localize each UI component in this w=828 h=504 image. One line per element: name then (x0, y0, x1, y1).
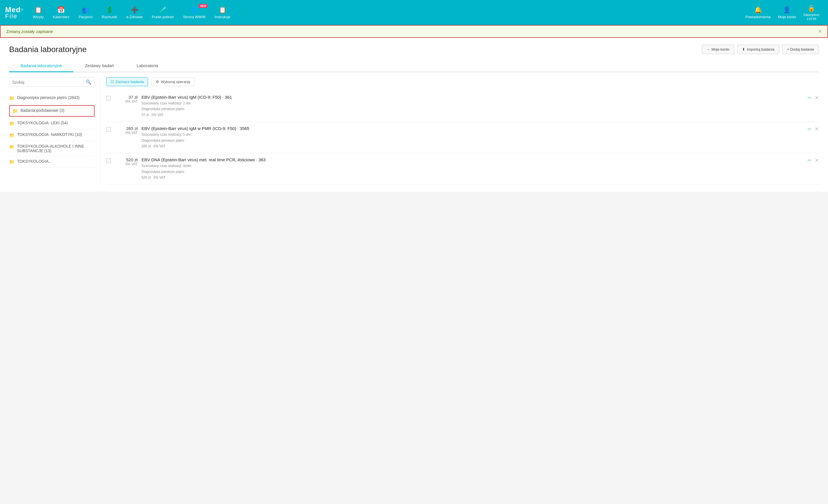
lab-item-time-1: Szacowany czas realizacji: 2 dni (141, 100, 803, 106)
edit-button-2[interactable]: ✏ (808, 126, 812, 132)
lab-item: 520 zł 0% VAT EBV DNA (Epstein-Barr viru… (106, 153, 819, 185)
sidebar-item-diagnostyka[interactable]: 📁 Diagnostyka pierwsze piętro (2843) (9, 92, 94, 104)
content-area: ☑ Zaznacz badania ⚙ Wykonaj operację 37 … (100, 77, 819, 185)
page-title: Badania laboratoryjne (9, 45, 87, 54)
toolbar: ☑ Zaznacz badania ⚙ Wykonaj operację (106, 77, 819, 86)
edit-button-3[interactable]: ✏ (808, 157, 812, 164)
lab-item-checkbox-3[interactable] (106, 158, 111, 163)
sidebar-item-toksykologia-narkotyki[interactable]: 📁 TOKSYKOLOGIA- NARKOTYKI (10) (9, 129, 94, 141)
delete-button-3[interactable]: ✕ (815, 157, 819, 164)
nav-item-punkt-pobran[interactable]: 🧪 Punkt pobrań (148, 3, 178, 22)
nav-label-strona-www: Strona WWW (183, 15, 206, 19)
lab-item-name-1: EBV (Epstein-Barr virus) IgM (ICD-9: F50… (141, 95, 803, 99)
sidebar-label-diagnostyka: Diagnostyka pierwsze piętro (2843) (17, 95, 79, 100)
nav-item-instrukcje[interactable]: 📋 Instrukcje (210, 3, 234, 22)
folder-icon-toksykologia-alkohole: 📁 (9, 144, 15, 150)
header-actions: ← Moje konto ⬆ Importuj badania + Dodaj … (702, 45, 819, 54)
sidebar-item-toksykologia-alkohole[interactable]: 📁 TOKSYKOLOGIA-ALKOHOLE I INNE SUBSTANCJ… (9, 141, 94, 156)
search-box[interactable]: 🔍 (9, 77, 94, 87)
nav-item-rachunki[interactable]: 💲 Rachunki (98, 3, 121, 22)
price-vat-3: 0% VAT (115, 162, 137, 166)
logo-file: File (5, 12, 17, 20)
lab-item-location-1: Diagnostyka pierwsze piętro (141, 106, 803, 112)
main-layout: 🔍 📁 Diagnostyka pierwsze piętro (2843) 📁… (9, 77, 819, 185)
sidebar-item-toksykologia-leki[interactable]: 📁 TOKSYKOLOGIA- LEKI (54) (9, 118, 94, 129)
sidebar-label-toksykologia-narkotyki: TOKSYKOLOGIA- NARKOTYKI (10) (17, 132, 82, 137)
back-button[interactable]: ← Moje konto (702, 45, 734, 54)
lab-item: 265 zł 0% VAT EBV (Epstein-Barr virus) I… (106, 122, 819, 153)
lab-item-location-2: Diagnostyka pierwsze piętro (141, 138, 803, 143)
sidebar-item-toksykologia-more[interactable]: 📁 TOKSYKOLOGIA... (9, 156, 94, 168)
edit-button-1[interactable]: ✏ (808, 95, 812, 101)
lab-item-name-3: EBV DNA (Epstein-Barr virus) met. real t… (141, 157, 803, 162)
sidebar: 🔍 📁 Diagnostyka pierwsze piętro (2843) 📁… (9, 77, 100, 185)
lab-item-actions-1: ✏ ✕ (808, 95, 819, 101)
search-icon: 🔍 (86, 79, 91, 85)
nav-right: 🔔 Powiadomienia 👤 Moje konto 🔒 Zabezpiec… (742, 2, 823, 23)
page-header: Badania laboratoryjne ← Moje konto ⬆ Imp… (9, 45, 819, 54)
nav-item-e-zdrowie[interactable]: ➕ e-Zdrowie (122, 3, 147, 22)
select-all-button[interactable]: ☑ Zaznacz badania (106, 77, 148, 86)
nav-label-e-zdrowie: e-Zdrowie (126, 15, 143, 19)
nav-label-wizyty: Wizyty (33, 15, 44, 19)
alert-close-button[interactable]: × (818, 28, 822, 35)
delete-button-2[interactable]: ✕ (815, 126, 819, 132)
wizyty-icon: 📋 (35, 6, 42, 14)
folder-icon-badania-podstawowe: 📁 (12, 108, 18, 114)
tabs: Badania laboratoryjne Zestawy badań Labo… (9, 60, 819, 72)
lab-item-time-3: Szacowany czas realizacji: dzień (141, 163, 803, 169)
sidebar-label-toksykologia-more: TOKSYKOLOGIA... (17, 159, 52, 164)
nav-item-kalendarz[interactable]: 📅 Kalendarz (49, 3, 74, 22)
nav-label-moje-konto: Moje konto (778, 15, 796, 19)
folder-icon-toksykologia-narkotyki: 📁 (9, 133, 15, 138)
folder-icon-toksykologia-more: 📁 (9, 159, 15, 165)
sidebar-item-badania-podstawowe[interactable]: 📁 Badania podstawowe (3) (9, 105, 94, 117)
logo-registered: ® (21, 8, 23, 11)
new-badge: NEW (199, 4, 208, 8)
lab-item-checkbox-2[interactable] (106, 127, 111, 132)
lab-item-price-detail-1: 37 zł · 0% VAT (141, 112, 803, 118)
nav-item-wizyty[interactable]: 📋 Wizyty (29, 3, 48, 22)
nav-label-punkt-pobran: Punkt pobrań (152, 15, 174, 19)
strona-www-icon: 🌐 (191, 6, 198, 14)
search-input[interactable] (12, 80, 86, 85)
delete-button-1[interactable]: ✕ (815, 95, 819, 101)
lab-item-time-2: Szacowany czas realizacji: 5 dni (141, 132, 803, 137)
operation-button[interactable]: ⚙ Wykonaj operację (152, 77, 195, 86)
lab-item-actions-3: ✏ ✕ (808, 157, 819, 164)
lab-item-name-2: EBV (Epstein-Barr virus) IgM w PMR (ICD-… (141, 126, 803, 131)
lab-item: 37 zł 0% VAT EBV (Epstein-Barr virus) Ig… (106, 91, 819, 122)
nav-label-rachunki: Rachunki (101, 15, 117, 19)
lab-item-info-1: EBV (Epstein-Barr virus) IgM (ICD-9: F50… (141, 95, 803, 118)
price-main-2: 265 zł (115, 126, 137, 131)
price-main-1: 37 zł (115, 95, 137, 99)
page-content: Badania laboratoryjne ← Moje konto ⬆ Imp… (0, 38, 828, 192)
tab-badania-lab[interactable]: Badania laboratoryjne (9, 60, 74, 72)
nav-item-powiadomienia[interactable]: 🔔 Powiadomienia (742, 3, 774, 22)
lab-item-price-3: 520 zł 0% VAT (115, 157, 137, 166)
nav-label-pacjenci: Pacjenci (79, 15, 92, 19)
logo[interactable]: Med ® File (5, 5, 23, 20)
import-button[interactable]: ⬆ Importuj badania (737, 45, 779, 54)
nav-item-moje-konto[interactable]: 👤 Moje konto (775, 3, 799, 22)
tab-zestawy-badan[interactable]: Zestawy badań (74, 60, 125, 72)
lab-item-location-3: Diagnostyka pierwsze piętro (141, 169, 803, 175)
operation-label: Wykonaj operację (161, 80, 190, 84)
lab-item-price-detail-3: 520 zł · 0% VAT (141, 175, 803, 180)
punkt-pobran-icon: 🧪 (159, 6, 167, 14)
checkbox-icon: ☑ (111, 80, 114, 84)
nav-item-strona-www[interactable]: NEW 🌐 Strona WWW (179, 3, 210, 22)
nav-item-pacjenci[interactable]: 👥 Pacjenci (75, 3, 96, 22)
price-vat-2: 0% VAT (115, 131, 137, 135)
tab-laboratoria[interactable]: Laboratoria (125, 60, 170, 72)
sidebar-label-badania-podstawowe: Badania podstawowe (3) (20, 108, 64, 112)
lab-item-price-detail-2: 265 zł · 0% VAT (141, 143, 803, 149)
e-zdrowie-icon: ➕ (131, 6, 138, 14)
lab-item-checkbox-1[interactable] (106, 96, 111, 100)
select-label: Zaznacz badania (116, 80, 144, 84)
lab-item-price-1: 37 zł 0% VAT (115, 95, 137, 103)
nav-label-powiadomienia: Powiadomienia (745, 15, 771, 19)
add-button[interactable]: + Dodaj badanie (782, 45, 819, 54)
nav-item-zabezpiecz[interactable]: 🔒 Zabezpiecz 119:59 (800, 2, 823, 23)
lock-time: 119:59 (806, 17, 816, 20)
